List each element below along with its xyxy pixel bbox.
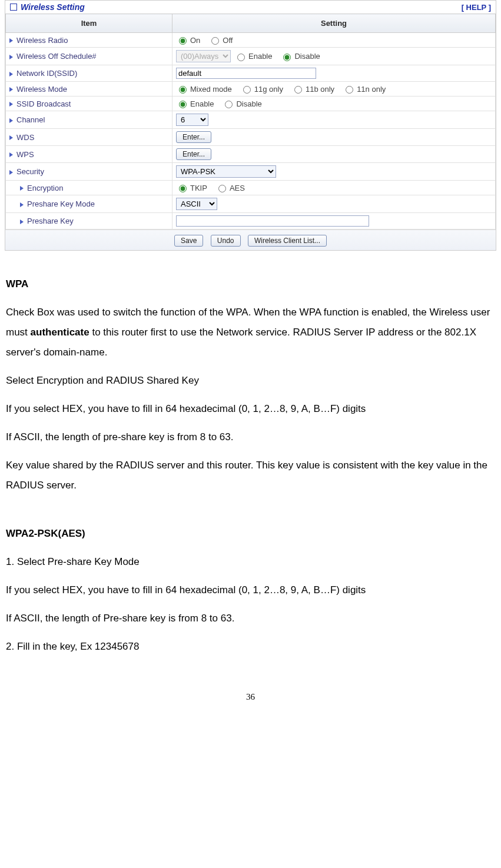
table-row: Wireless Radio On Off [6, 33, 496, 48]
mode-11n[interactable]: 11n only [343, 84, 386, 94]
wpa-paragraph-4: If ASCII, the length of pre-share key is… [6, 427, 495, 447]
page-number: 36 [0, 692, 501, 702]
bullet-icon [20, 220, 24, 224]
schedule-disable[interactable]: Disable [280, 52, 320, 61]
schedule-enable[interactable]: Enable [234, 52, 272, 61]
radio-aes[interactable] [218, 185, 226, 192]
table-row: Security WPA-PSK [6, 163, 496, 181]
bullet-icon [9, 55, 13, 59]
col-header-item: Item [6, 14, 172, 33]
panel-header: Wireless Setting [ HELP ] [5, 1, 496, 14]
schedule-select: (00)Always [176, 50, 231, 62]
table-row: SSID Broadcast Enable Disable [6, 97, 496, 111]
bullet-icon [9, 102, 13, 107]
radio-enable[interactable] [237, 54, 245, 61]
wpa2-paragraph-3: If ASCII, the length of Pre-share key is… [6, 608, 495, 628]
table-row: Preshare Key Mode ASCII [6, 195, 496, 213]
table-row: WPS Enter... [6, 146, 496, 163]
row-label: WDS [16, 133, 34, 142]
radio-disable[interactable] [283, 54, 291, 61]
wpa-paragraph-2: Select Encryption and RADIUS Shared Key [6, 371, 495, 391]
radio-11n[interactable] [346, 86, 353, 94]
bullet-icon [9, 135, 13, 140]
wpa2-paragraph-2: If you select HEX, you have to fill in 6… [6, 580, 495, 600]
bullet-icon [9, 38, 13, 43]
bullet-icon [9, 118, 13, 123]
wireless-setting-panel: Wireless Setting [ HELP ] Item Setting W… [5, 0, 496, 251]
wireless-radio-on[interactable]: On [176, 35, 200, 45]
table-row: Wireless Mode Mixed mode 11g only 11b on… [6, 82, 496, 97]
radio-on[interactable] [179, 37, 187, 45]
undo-button[interactable]: Undo [211, 235, 241, 247]
wpa-paragraph-1: Check Box was used to switch the functio… [6, 302, 495, 363]
radio-mixed[interactable] [179, 86, 187, 94]
settings-table: Item Setting Wireless Radio On Off Wirel… [5, 14, 496, 230]
radio-tkip[interactable] [179, 185, 187, 192]
panel-title: Wireless Setting [21, 2, 85, 12]
row-label: Wireless Off Schedule# [16, 52, 97, 61]
security-select[interactable]: WPA-PSK [176, 165, 276, 178]
bullet-icon [20, 186, 24, 191]
table-row: Wireless Off Schedule# (00)Always Enable… [6, 48, 496, 65]
encryption-aes[interactable]: AES [215, 183, 245, 192]
row-label: SSID Broadcast [16, 99, 71, 108]
document-body: WPA Check Box was used to switch the fun… [0, 251, 501, 657]
table-row: Encryption TKIP AES [6, 181, 496, 195]
bullet-icon [9, 72, 13, 77]
row-label: Security [16, 167, 44, 176]
wpa-heading: WPA [6, 274, 495, 294]
client-list-button[interactable]: Wireless Client List... [248, 235, 327, 247]
wpa2-heading: WPA2-PSK(AES) [6, 524, 495, 544]
save-button[interactable]: Save [174, 235, 203, 247]
radio-11g[interactable] [243, 86, 251, 94]
button-bar: Save Undo Wireless Client List... [5, 230, 496, 250]
wds-button[interactable]: Enter... [176, 131, 211, 143]
row-label: Preshare Key Mode [27, 199, 95, 208]
row-label: Channel [16, 115, 45, 124]
help-link[interactable]: [ HELP ] [462, 3, 491, 12]
wpa-paragraph-5: Key value shared by the RADIUS server an… [6, 455, 495, 495]
row-label: WPS [16, 150, 34, 159]
ssid-broadcast-enable[interactable]: Enable [176, 99, 214, 108]
wireless-radio-off[interactable]: Off [208, 35, 233, 45]
bullet-icon [9, 170, 13, 175]
wpa-paragraph-3: If you select HEX, you have to fill in 6… [6, 399, 495, 419]
preshare-key-input[interactable] [176, 215, 369, 227]
bullet-icon [9, 152, 13, 157]
bullet-icon [9, 87, 13, 92]
table-row: WDS Enter... [6, 129, 496, 146]
row-label: Network ID(SSID) [16, 69, 77, 78]
row-label: Wireless Radio [16, 36, 68, 45]
pskmode-select[interactable]: ASCII [176, 198, 217, 210]
wpa2-paragraph-4: 2. Fill in the key, Ex 12345678 [6, 637, 495, 657]
mode-11g[interactable]: 11g only [240, 84, 283, 94]
radio-disable[interactable] [225, 101, 233, 108]
mode-11b[interactable]: 11b only [291, 84, 334, 94]
wps-button[interactable]: Enter... [176, 148, 211, 160]
table-row: Preshare Key [6, 213, 496, 230]
col-header-setting: Setting [172, 14, 496, 33]
row-label: Preshare Key [27, 217, 74, 225]
ssid-input[interactable] [176, 68, 316, 79]
radio-11b[interactable] [294, 86, 302, 94]
radio-off[interactable] [211, 37, 219, 45]
bullet-icon [20, 202, 24, 207]
panel-icon [10, 4, 17, 11]
mode-mixed[interactable]: Mixed mode [176, 84, 232, 94]
row-label: Encryption [27, 184, 63, 192]
wpa2-paragraph-1: 1. Select Pre-share Key Mode [6, 552, 495, 572]
table-row: Network ID(SSID) [6, 65, 496, 82]
ssid-broadcast-disable[interactable]: Disable [222, 99, 261, 108]
encryption-tkip[interactable]: TKIP [176, 183, 207, 192]
row-label: Wireless Mode [16, 85, 67, 94]
radio-enable[interactable] [179, 101, 187, 108]
table-row: Channel 6 [6, 111, 496, 129]
channel-select[interactable]: 6 [176, 114, 208, 126]
